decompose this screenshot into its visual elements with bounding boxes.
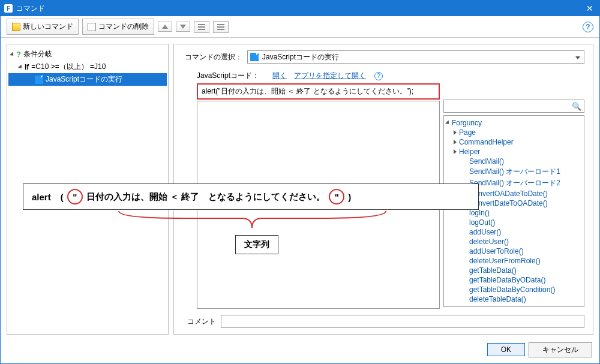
api-func[interactable]: logIn() bbox=[445, 208, 583, 218]
api-func[interactable]: SendMail() オーバーロード1 bbox=[445, 166, 583, 178]
dialog-footer: OK キャンセル bbox=[1, 341, 599, 359]
app-icon: F bbox=[4, 4, 13, 13]
command-select-value: JavaScriptコードの実行 bbox=[262, 52, 339, 62]
help-icon[interactable]: ? bbox=[583, 22, 593, 32]
code-editor[interactable] bbox=[197, 101, 440, 309]
document-icon bbox=[250, 53, 259, 61]
help-small-icon[interactable]: ? bbox=[374, 72, 383, 80]
if-expression: =C10 >=（以上） =J10 bbox=[31, 62, 106, 72]
api-func[interactable]: ConvertDateToOADate() bbox=[445, 198, 583, 208]
api-search-input[interactable]: 🔍 bbox=[443, 100, 584, 113]
toolbar: 新しいコマンド コマンドの削除 ? bbox=[1, 16, 599, 38]
move-up-button[interactable] bbox=[158, 22, 172, 32]
api-tree[interactable]: Forguncy Page CommandHelper HelperSendMa… bbox=[443, 115, 584, 307]
js-code-label: JavaScriptコード： bbox=[197, 71, 259, 81]
delete-icon bbox=[88, 23, 96, 31]
new-command-label: 新しいコマンド bbox=[23, 22, 73, 32]
api-func[interactable]: logOut() bbox=[445, 218, 583, 227]
move-down-button[interactable] bbox=[176, 22, 190, 32]
api-func[interactable]: getTableDataByCondition() bbox=[445, 285, 583, 294]
api-node[interactable]: Page bbox=[445, 128, 583, 137]
code-line: alert("日付の入力は、開始 ＜ 終了 となるようにしてください。"); bbox=[202, 87, 413, 95]
api-root[interactable]: Forguncy bbox=[445, 118, 583, 128]
api-func[interactable]: deleteTableData() bbox=[445, 294, 583, 304]
new-icon bbox=[12, 23, 20, 31]
if-keyword: If bbox=[25, 63, 29, 71]
command-tree: ? 条件分岐 If =C10 >=（以上） =J10 JavaScriptコード… bbox=[7, 44, 169, 335]
expand-icon bbox=[18, 64, 23, 70]
search-icon: 🔍 bbox=[572, 102, 581, 111]
api-func[interactable]: getTableDataByOData() bbox=[445, 275, 583, 285]
open-with-app-link[interactable]: アプリを指定して開く bbox=[294, 71, 366, 81]
arrow-down-icon bbox=[180, 25, 186, 29]
api-func[interactable]: SendMail() オーバーロード2 bbox=[445, 178, 583, 189]
select-label: コマンドの選択： bbox=[185, 52, 242, 62]
code-highlight-box: alert("日付の入力は、開始 ＜ 終了 となるようにしてください。"); bbox=[197, 83, 440, 100]
expand-icon bbox=[10, 52, 15, 57]
cancel-button[interactable]: キャンセル bbox=[529, 342, 592, 357]
open-link[interactable]: 開く bbox=[272, 71, 287, 81]
list1-button[interactable] bbox=[194, 21, 209, 33]
api-func[interactable]: SendMail() bbox=[445, 157, 583, 166]
question-icon: ? bbox=[16, 50, 21, 59]
command-select[interactable]: JavaScriptコードの実行 bbox=[247, 50, 584, 64]
api-node[interactable]: Helper bbox=[445, 147, 583, 157]
api-func[interactable]: addUserToRole() bbox=[445, 246, 583, 256]
close-icon[interactable]: ✕ bbox=[584, 4, 596, 13]
tree-root[interactable]: ? 条件分岐 bbox=[8, 48, 167, 61]
delete-command-button[interactable]: コマンドの削除 bbox=[82, 19, 154, 35]
delete-command-label: コマンドの削除 bbox=[98, 22, 149, 32]
ok-button[interactable]: OK bbox=[487, 343, 525, 356]
arrow-up-icon bbox=[162, 25, 168, 29]
titlebar: F コマンド ✕ bbox=[1, 1, 599, 16]
tree-js-exec[interactable]: JavaScriptコードの実行 bbox=[8, 73, 167, 86]
tree-if[interactable]: If =C10 >=（以上） =J10 bbox=[8, 61, 167, 73]
list-icon bbox=[198, 24, 205, 30]
api-node[interactable]: CommandHelper bbox=[445, 137, 583, 147]
api-func[interactable]: ConvertOADateToDate() bbox=[445, 189, 583, 198]
api-func[interactable]: deleteUser() bbox=[445, 237, 583, 246]
api-func[interactable]: deleteUserFromRole() bbox=[445, 256, 583, 266]
tree-js-label: JavaScriptコードの実行 bbox=[46, 74, 122, 85]
api-func[interactable]: getTableData() bbox=[445, 266, 583, 275]
list2-button[interactable] bbox=[213, 21, 229, 33]
tree-root-label: 条件分岐 bbox=[23, 49, 52, 59]
comment-input[interactable] bbox=[221, 315, 584, 328]
command-detail-panel: コマンドの選択： JavaScriptコードの実行 JavaScriptコード：… bbox=[173, 44, 593, 335]
document-icon bbox=[35, 76, 43, 84]
comment-label: コメント bbox=[187, 317, 216, 327]
api-func[interactable]: addUser() bbox=[445, 227, 583, 237]
dropdown-icon bbox=[573, 52, 583, 63]
window-title: コマンド bbox=[16, 4, 45, 14]
list2-icon bbox=[217, 24, 224, 30]
new-command-button[interactable]: 新しいコマンド bbox=[7, 19, 79, 35]
